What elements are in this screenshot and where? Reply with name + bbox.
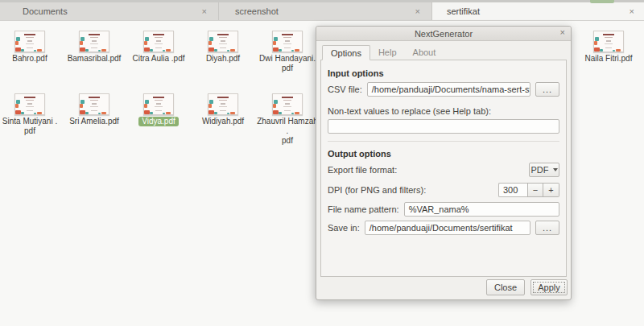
thumbnail-decor	[24, 34, 35, 35]
file-grid-row-1: Bahro.pdfBamasribal.pdfCitra Aulia .pdfD…	[0, 31, 320, 73]
thumbnail-decor	[27, 47, 33, 48]
nontext-label: Non-text values to replace (see Help tab…	[328, 106, 559, 116]
thumbnail-decor	[37, 49, 42, 52]
thumbnail-decor	[613, 50, 615, 52]
dpi-increment-button[interactable]: +	[543, 183, 559, 197]
export-format-value: PDF	[531, 165, 549, 175]
file-grid-row-1-right: Naila Fitri.pdf	[576, 31, 641, 64]
thumbnail-decor	[273, 41, 276, 45]
thumbnail-decor	[166, 112, 171, 114]
thumbnail-decor	[221, 103, 225, 105]
close-icon[interactable]: ×	[630, 6, 634, 16]
thumbnail-decor	[92, 103, 97, 105]
tab-screenshot[interactable]: screenshot ×	[219, 2, 432, 20]
tab-sertifikat[interactable]: sertifikat ×	[432, 2, 644, 20]
thumbnail-decor	[24, 97, 35, 98]
pdf-certificate-thumbnail	[143, 93, 174, 115]
csv-file-label: CSV file:	[328, 85, 362, 94]
thumbnail-decor	[295, 112, 299, 114]
top-panel-indicator	[590, 0, 614, 3]
thumbnail-decor	[150, 112, 153, 114]
thumbnail-decor	[26, 37, 34, 38]
dpi-input[interactable]: 300	[498, 183, 527, 197]
thumbnail-decor	[90, 100, 98, 101]
thumbnail-decor	[605, 43, 613, 44]
csv-file-input[interactable]: /home/panduaji/Documents/nama-sert-sfcom…	[367, 82, 530, 97]
thumbnail-decor	[284, 110, 291, 111]
thumbnail-decor	[15, 47, 21, 52]
thumbnail-decor	[221, 40, 225, 42]
thumbnail-decor	[153, 97, 164, 98]
file-item[interactable]: Diyah.pdf	[191, 31, 255, 73]
thumbnail-decor	[98, 113, 101, 114]
csv-file-row: CSV file: /home/panduaji/Documents/nama-…	[328, 82, 559, 97]
file-grid-row-2: Sinta Mutiyani .pdfSri Amelia.pdfVidya.p…	[0, 93, 320, 146]
tab-label: Documents	[23, 6, 68, 16]
file-item[interactable]: Bamasribal.pdf	[62, 31, 126, 73]
tab-label: sertifikat	[447, 6, 480, 16]
file-item[interactable]: Citra Aulia .pdf	[126, 31, 191, 73]
thumbnail-decor	[219, 106, 227, 107]
file-item[interactable]: Sinta Mutiyani .pdf	[0, 93, 62, 146]
thumbnail-decor	[594, 41, 597, 45]
thumbnail-decor	[282, 97, 293, 98]
csv-browse-button[interactable]: ...	[535, 82, 559, 97]
thumbnail-decor	[144, 104, 147, 108]
savein-browse-button[interactable]: ...	[535, 221, 559, 235]
dialog-titlebar[interactable]: NextGenerator ×	[316, 27, 571, 41]
file-name: Sri Amelia.pdf	[69, 117, 119, 126]
savein-row: Save in: /home/panduaji/Documents/sertif…	[328, 221, 559, 235]
thumbnail-decor	[85, 112, 89, 114]
thumbnail-decor	[27, 103, 32, 105]
apply-button[interactable]: Apply	[530, 279, 568, 295]
pattern-input[interactable]: %VAR_nama%	[404, 202, 559, 217]
dpi-decrement-button[interactable]: −	[527, 183, 543, 197]
close-icon[interactable]: ×	[415, 6, 420, 16]
tab-help[interactable]: Help	[370, 45, 405, 60]
thumbnail-decor	[600, 49, 603, 52]
file-item[interactable]: Zhauvril Hamzah .pdf	[255, 93, 320, 146]
pdf-certificate-thumbnail	[14, 31, 45, 52]
thumbnail-decor	[91, 110, 97, 111]
file-item[interactable]: Widiyah.pdf	[191, 93, 255, 146]
thumbnail-decor	[283, 106, 291, 107]
thumbnail-decor	[283, 100, 291, 101]
tab-about[interactable]: About	[405, 45, 444, 60]
pattern-label: File name pattern:	[328, 204, 399, 214]
thumbnail-decor	[155, 47, 162, 48]
file-item[interactable]: Naila Fitri.pdf	[576, 31, 641, 64]
file-item[interactable]: Sri Amelia.pdf	[62, 93, 126, 146]
thumbnail-decor	[283, 37, 291, 38]
thumbnail-decor	[27, 40, 32, 42]
file-item[interactable]: Dwi Handayani.pdf	[255, 31, 320, 73]
thumbnail-decor	[144, 41, 147, 45]
file-item[interactable]: Vidya.pdf	[126, 93, 191, 146]
tab-documents[interactable]: Documents ×	[0, 2, 219, 20]
pdf-certificate-thumbnail	[79, 31, 109, 52]
thumbnail-decor	[230, 49, 235, 52]
dialog-close-icon[interactable]: ×	[560, 27, 565, 37]
pdf-certificate-thumbnail	[208, 93, 238, 115]
thumbnail-decor	[15, 110, 21, 114]
pdf-certificate-thumbnail	[208, 31, 238, 52]
pdf-certificate-thumbnail	[272, 93, 303, 115]
export-format-dropdown[interactable]: PDF	[529, 163, 559, 177]
thumbnail-decor	[80, 41, 83, 45]
thumbnail-decor	[101, 49, 106, 52]
thumbnail-decor	[85, 49, 89, 52]
nontext-input[interactable]	[328, 119, 559, 134]
savein-input[interactable]: /home/panduaji/Documents/sertifikat	[365, 221, 530, 235]
file-name: Bamasribal.pdf	[68, 54, 122, 64]
close-button[interactable]: Close	[486, 279, 525, 295]
thumbnail-decor	[155, 43, 163, 44]
file-item[interactable]: Bahro.pdf	[0, 31, 62, 73]
file-name: Zhauvril Hamzah .pdf	[255, 117, 320, 146]
thumbnail-decor	[90, 43, 98, 44]
tab-options[interactable]: Options	[322, 45, 370, 60]
pdf-certificate-thumbnail	[272, 31, 303, 52]
close-icon[interactable]: ×	[202, 6, 207, 16]
nontext-row	[328, 119, 559, 134]
thumbnail-decor	[220, 47, 226, 48]
thumbnail-decor	[89, 97, 100, 98]
thumbnail-decor	[34, 50, 36, 52]
